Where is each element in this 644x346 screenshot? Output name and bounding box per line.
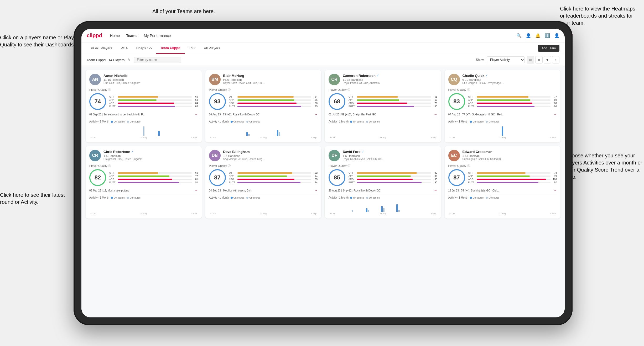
quality-score[interactable]: 87 (209, 169, 226, 186)
quality-content[interactable]: 83 OTT 77 APP 80 ARG 83 PUTT (448, 93, 557, 110)
player-handicap: 1-5 Handicap (343, 154, 437, 157)
person-icon[interactable]: 👤 (526, 33, 531, 38)
quality-content[interactable]: 74 OTT 60 APP 58 ARG 84 PUTT (89, 93, 198, 110)
bell-icon[interactable]: 🔔 (535, 33, 541, 38)
activity-legend: On course Off course (231, 196, 260, 199)
latest-round[interactable]: 19 Jul 23 | 74 (+4), Sunningdale GC - Ol… (448, 189, 557, 194)
player-card[interactable]: DB Dave Billingham 1-5 Handicap Sag Main… (205, 146, 321, 219)
sub-nav-hcaps[interactable]: Hcaps 1-5 (132, 42, 156, 54)
list-view-button[interactable]: ≡ (535, 56, 543, 63)
add-team-button[interactable]: Add Team (538, 45, 559, 52)
latest-round[interactable]: 03 Mar 23 | 19, Must make putting → (89, 189, 198, 194)
latest-round-arrow[interactable]: → (314, 189, 318, 192)
latest-round[interactable]: 02 Jul 23 | 59 (+15), Craigmillar Park G… (329, 113, 437, 118)
player-card[interactable]: AN Aaron Nicholls 11-15 Handicap Drift G… (86, 70, 202, 142)
latest-round-arrow[interactable]: → (195, 189, 198, 192)
sub-nav-all-players[interactable]: All Players (200, 42, 224, 54)
sub-nav-pga[interactable]: PGA (116, 42, 132, 54)
nav-home[interactable]: Home (110, 33, 120, 39)
player-handicap: 11-15 Handicap (103, 78, 198, 81)
activity-title: Activity · 1 Month (89, 120, 109, 123)
activity-legend: On course Off course (231, 120, 260, 123)
sub-nav: PGAT Players PGA Hcaps 1-5 Team Clippd T… (81, 42, 565, 54)
quality-content[interactable]: 68 OTT 61 APP 63 ARG 75 PUTT (329, 93, 437, 110)
show-select[interactable]: Player Activity Quality Score Trend (487, 56, 525, 63)
chart-labels: 31 Jul 21 Aug 4 Sep (329, 136, 437, 139)
player-handicap: 1-5 Handicap (463, 154, 557, 157)
oncourse-legend: On course (111, 196, 125, 199)
offcourse-label: Off course (130, 120, 141, 123)
quality-score[interactable]: 83 (448, 93, 465, 110)
player-card[interactable]: EC Edward Crossman 1-5 Handicap Sunningd… (445, 146, 561, 219)
quality-score[interactable]: 74 (89, 93, 106, 110)
offcourse-dot (366, 121, 368, 123)
quality-content[interactable]: 93 OTT 84 APP 85 ARG 88 PUTT (209, 93, 318, 110)
player-avatar: AN (89, 74, 101, 85)
latest-round-arrow[interactable]: → (314, 113, 318, 116)
verified-badge: ✓ (362, 150, 364, 153)
sub-nav-pgat[interactable]: PGAT Players (87, 42, 116, 54)
player-club: Sag Maing Golf Club, United Kingdom (223, 158, 265, 161)
activity-header: Activity · 1 Month On course Off course (329, 120, 437, 123)
chart-label-end: 4 Sep (431, 136, 436, 139)
quality-score[interactable]: 85 (329, 169, 345, 186)
search-icon[interactable]: 🔍 (516, 33, 522, 38)
player-card[interactable]: CR Cameron Robertson ✓ 11-15 Handicap Ro… (325, 70, 441, 142)
edit-icon[interactable]: ✎ (128, 58, 131, 62)
latest-round[interactable]: 07 Aug 23 | 77 (+7), St George's Hill GC… (448, 113, 557, 118)
verified-badge: ✓ (485, 74, 488, 77)
offcourse-dot (486, 197, 488, 199)
quality-content[interactable]: 87 OTT 73 APP 79 ARG 103 PUTT (448, 169, 557, 186)
quality-score[interactable]: 68 (329, 93, 345, 110)
quality-content[interactable]: 87 OTT 82 APP 74 ARG 85 PUTT (209, 169, 318, 186)
chart-label-mid: 21 Aug (380, 136, 386, 139)
nav-logo[interactable]: clippd (87, 33, 102, 39)
search-input[interactable] (134, 57, 181, 63)
player-info: Aaron Nicholls 11-15 Handicap Drift Golf… (103, 74, 198, 84)
latest-round-arrow[interactable]: → (195, 113, 198, 116)
quality-score[interactable]: 93 (209, 93, 226, 110)
latest-round[interactable]: 02 Sep 23 | Sunset round to get back int… (89, 113, 198, 118)
player-card[interactable]: CR Chris Robertson ✓ 1-5 Handicap Craigm… (86, 146, 202, 219)
activity-legend: On course Off course (470, 120, 500, 123)
latest-round[interactable]: 04 Sep 23 | Mobility with coach, Gym → (209, 189, 318, 194)
player-info: Blair McHarg Plus Handicap Royal North D… (223, 74, 318, 84)
player-card[interactable]: DF David Ford ✓ 1-5 Handicap Royal North… (325, 146, 441, 219)
player-card[interactable]: CQ Charlie Quick ✓ 6-10 Handicap St. Geo… (445, 70, 561, 142)
sub-nav-team-clippd[interactable]: Team Clippd (156, 42, 185, 54)
quality-score[interactable]: 82 (89, 169, 106, 186)
player-card[interactable]: BM Blair McHarg Plus Handicap Royal Nort… (205, 70, 321, 142)
latest-round-arrow[interactable]: → (554, 189, 557, 192)
quality-content[interactable]: 82 OTT 60 APP 77 ARG 81 PUTT (89, 169, 198, 186)
player-club: Sunningdale Golf Club, United Kingdom (463, 158, 505, 161)
grid-view-button[interactable]: ⊞ (527, 56, 534, 63)
avatar-icon[interactable]: 👤 (554, 33, 559, 38)
sort-button[interactable]: ↕ (552, 56, 559, 63)
latest-round[interactable]: 26 Aug 23 | 73 (+1), Royal North Devon G… (209, 113, 318, 118)
player-handicap: 1-5 Handicap (223, 154, 318, 157)
info-icon[interactable]: ℹ️ (545, 33, 550, 38)
quality-stats: OTT 60 APP 77 ARG 81 PUTT 91 (109, 172, 198, 184)
offcourse-label: Off course (130, 196, 141, 199)
nav-my-performance[interactable]: My Performance (144, 33, 171, 39)
quality-score[interactable]: 87 (448, 169, 465, 186)
latest-round-arrow[interactable]: → (434, 189, 437, 192)
latest-round[interactable]: 26 Aug 23 | 84 (+12), Royal North Devon … (329, 189, 437, 194)
offcourse-label: Off course (489, 120, 499, 123)
sub-nav-tour[interactable]: Tour (185, 42, 200, 54)
latest-round-arrow[interactable]: → (434, 113, 437, 116)
quality-label: Player Quality ⓘ (209, 164, 318, 168)
oncourse-dot (111, 121, 113, 123)
offcourse-legend: Off course (127, 120, 141, 123)
player-club: Royal Perth Golf Club, Australia (343, 82, 385, 84)
annotation-latest-round: Click here to see their latest round or … (0, 191, 79, 206)
chart-label-mid: 21 Aug (499, 136, 506, 139)
quality-content[interactable]: 85 OTT 89 APP 80 ARG 83 PUTT (329, 169, 437, 186)
nav-teams[interactable]: Teams (126, 33, 137, 39)
chart-labels: 31 Jul 21 Aug 4 Sep (448, 212, 557, 215)
offcourse-label: Off course (369, 120, 380, 123)
offcourse-dot (486, 121, 488, 123)
filter-button[interactable]: ▼ (544, 56, 551, 63)
chart-label-end: 4 Sep (550, 136, 556, 139)
latest-round-arrow[interactable]: → (554, 113, 557, 116)
